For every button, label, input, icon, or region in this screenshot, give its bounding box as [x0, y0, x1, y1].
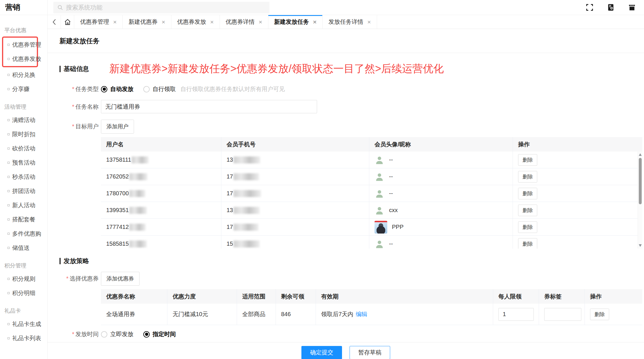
- tab-close-icon[interactable]: ×: [113, 19, 117, 25]
- sidebar-item-giftcard-create[interactable]: 礼品卡生成: [0, 317, 47, 331]
- redacted-text: [234, 156, 260, 163]
- redacted-text: [234, 240, 260, 247]
- choose-coupon-label: *选择优惠券: [48, 272, 99, 283]
- coupon-tag-input[interactable]: [544, 308, 581, 321]
- sidebar-item-stored-value[interactable]: 储值送: [0, 241, 47, 255]
- task-type-hint: 自行领取优惠券任务默认对所有用户可见: [180, 85, 285, 93]
- redacted-text: [132, 156, 149, 163]
- sidebar-item-newcomer[interactable]: 新人活动: [0, 198, 47, 212]
- delete-user-button[interactable]: 删除: [518, 221, 537, 233]
- member-avatar-photo: [375, 221, 387, 234]
- bullet-icon: [8, 88, 10, 90]
- redacted-text: [129, 190, 145, 197]
- delete-coupon-button[interactable]: 删除: [590, 309, 609, 320]
- bullet-icon: [8, 147, 10, 150]
- tab-coupon-detail[interactable]: 优惠券详情 ×: [220, 15, 268, 29]
- app-logo: 营销: [0, 0, 48, 15]
- scrollbar-thumb[interactable]: [639, 158, 642, 204]
- sidebar-item-points-detail[interactable]: 积分明细: [0, 286, 47, 300]
- col-remaining: 剩余可领: [276, 289, 316, 304]
- submit-button[interactable]: 确定提交: [301, 346, 342, 359]
- tab-new-send-task[interactable]: 新建发放任务 ×: [268, 15, 323, 29]
- limit-per-user-input[interactable]: [498, 308, 534, 321]
- home-icon: [64, 19, 71, 25]
- member-nickname: --: [389, 240, 393, 247]
- col-limit: 每人限领: [493, 289, 539, 304]
- shop-icon[interactable]: [628, 3, 636, 11]
- edit-validity-link[interactable]: 编辑: [356, 310, 367, 318]
- sidebar-item-group-buy[interactable]: 拼团活动: [0, 184, 47, 198]
- table-scrollbar[interactable]: [638, 152, 642, 249]
- bullet-icon: [8, 176, 10, 178]
- tab-close-icon[interactable]: ×: [259, 19, 262, 25]
- sidebar-item-combo[interactable]: 搭配套餐: [0, 212, 47, 227]
- sidebar-section-platform: 平台优惠: [4, 27, 47, 34]
- delete-user-button[interactable]: 删除: [518, 205, 537, 216]
- global-search[interactable]: [53, 2, 269, 13]
- task-type-label: *任务类型: [48, 85, 99, 93]
- member-avatar-icon: [375, 155, 384, 165]
- sidebar-item-coupon-send[interactable]: 优惠券发放: [3, 52, 37, 66]
- tabs-back-button[interactable]: [48, 15, 61, 29]
- sidebar-section-giftcard: 礼品卡: [4, 307, 47, 315]
- topbar: 营销: [0, 0, 644, 15]
- sidebar-item-bargain[interactable]: 砍价活动: [0, 141, 47, 156]
- sidebar-item-multi-discount[interactable]: 多件优惠购: [0, 227, 47, 241]
- form-footer: 确定提交 暂存草稿: [48, 342, 644, 359]
- member-avatar-icon: [375, 205, 384, 215]
- fullscreen-icon[interactable]: [586, 3, 594, 11]
- tab-send-task-detail[interactable]: 发放任务详情 ×: [323, 15, 377, 29]
- redacted-text: [129, 207, 147, 214]
- user-table-header: 用户名 会员手机号 会员头像/昵称 操作: [101, 137, 642, 152]
- sidebar-item-points-rules[interactable]: 积分规则: [0, 272, 47, 286]
- radio-scheduled-time[interactable]: 指定时间: [143, 330, 176, 338]
- sidebar-item-share-earn[interactable]: 分享赚: [0, 82, 47, 96]
- bullet-icon: [8, 74, 10, 76]
- radio-send-now[interactable]: 立即发放: [101, 330, 133, 338]
- tab-close-icon[interactable]: ×: [162, 19, 165, 25]
- delete-user-button[interactable]: 删除: [518, 188, 537, 199]
- search-input[interactable]: [66, 4, 265, 11]
- tab-close-icon[interactable]: ×: [313, 19, 316, 25]
- task-name-input[interactable]: [101, 100, 317, 113]
- section-basic-info: 基础信息: [59, 65, 89, 73]
- col-coupon-name: 优惠券名称: [101, 289, 167, 304]
- delete-user-button[interactable]: 删除: [518, 171, 537, 183]
- member-avatar-icon: [375, 239, 384, 249]
- tab-coupon-manage[interactable]: 优惠券管理 ×: [74, 15, 123, 29]
- red-annotation-text: 新建优惠券>新建发放任务>优惠券发放/领取状态一目了然>后续运营优化: [109, 62, 444, 76]
- scroll-up-icon[interactable]: [639, 153, 642, 156]
- delete-user-button[interactable]: 删除: [518, 154, 537, 166]
- tabbar: 优惠券管理 × 新建优惠券 × 优惠券发放 × 优惠券详情 × 新建发放任务: [48, 15, 644, 29]
- bullet-icon: [8, 323, 10, 325]
- tab-coupon-send[interactable]: 优惠券发放 ×: [171, 15, 220, 29]
- save-draft-button[interactable]: 暂存草稿: [350, 346, 390, 359]
- scroll-down-icon[interactable]: [639, 244, 642, 247]
- sidebar-item-seckill[interactable]: 秒杀活动: [0, 170, 47, 184]
- sidebar-item-gift-activity[interactable]: 满赠活动: [0, 113, 47, 127]
- sidebar-item-presale[interactable]: 预售活动: [0, 156, 47, 170]
- radio-self-claim[interactable]: 自行领取: [143, 85, 176, 93]
- bullet-icon: [8, 162, 10, 164]
- topbar-icons: [586, 3, 644, 11]
- required-mark: *: [72, 86, 74, 92]
- invoice-icon[interactable]: [607, 3, 615, 11]
- sidebar-item-coupon-manage[interactable]: 优惠券管理: [3, 38, 37, 52]
- tab-new-coupon[interactable]: 新建优惠券 ×: [123, 15, 171, 29]
- section-send-strategy: 发放策略: [59, 257, 89, 265]
- sidebar-item-giftcard-list[interactable]: 礼品卡列表: [0, 331, 47, 345]
- add-user-button[interactable]: 添加用户: [101, 120, 134, 134]
- sidebar-item-points-exchange[interactable]: 积分兑换: [0, 68, 47, 82]
- tab-close-icon[interactable]: ×: [367, 19, 371, 25]
- add-coupon-button[interactable]: 添加优惠券: [101, 272, 140, 286]
- app-window: 营销: [0, 0, 644, 359]
- col-phone: 会员手机号: [221, 137, 369, 152]
- member-nickname: PPP: [392, 224, 404, 230]
- delete-user-button[interactable]: 删除: [518, 238, 537, 249]
- sidebar-item-flash-discount[interactable]: 限时折扣: [0, 127, 47, 141]
- radio-auto-send[interactable]: 自动发放: [101, 85, 133, 93]
- tab-home[interactable]: [61, 15, 74, 29]
- redacted-text: [234, 207, 260, 214]
- table-row: 1585815 15 -- 删除: [101, 236, 642, 249]
- tab-close-icon[interactable]: ×: [210, 19, 214, 25]
